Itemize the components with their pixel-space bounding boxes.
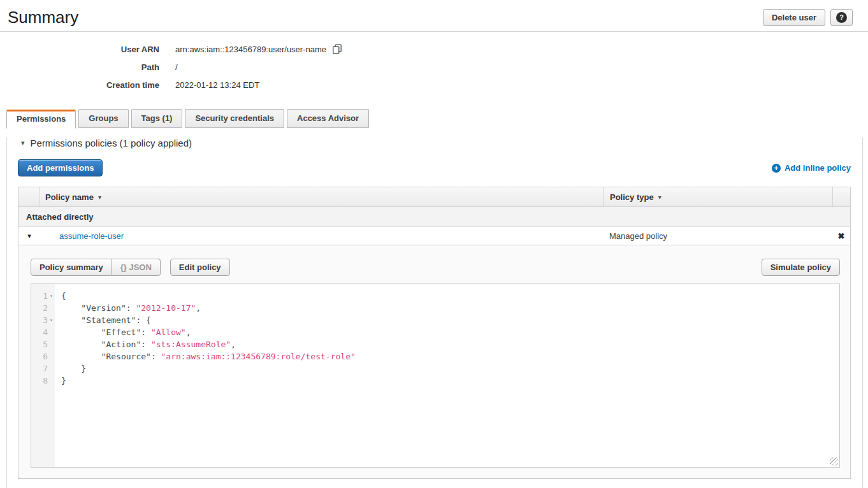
question-mark-icon: ?: [836, 12, 847, 23]
path-row: Path /: [0, 58, 868, 76]
policy-json-editor[interactable]: 1▾23▾45678 { "Version": "2012-10-17", "S…: [31, 283, 840, 468]
sort-icon: ▾: [658, 194, 662, 201]
edit-policy-button[interactable]: Edit policy: [170, 259, 230, 276]
policy-table-row: ▾ assume-role-user Managed policy ✖: [18, 227, 850, 245]
detach-policy-icon[interactable]: ✖: [838, 231, 845, 241]
row-expander[interactable]: ▾: [18, 232, 40, 240]
creation-time-row: Creation time 2022-01-12 13:24 EDT: [0, 76, 868, 94]
policies-table-header: Policy name ▾ Policy type ▾: [18, 187, 850, 207]
plus-icon: +: [772, 164, 781, 173]
policy-summary-button[interactable]: Policy summary: [31, 259, 112, 276]
tab-tags[interactable]: Tags (1): [131, 109, 183, 128]
expander-column-header: [18, 187, 40, 206]
editor-code[interactable]: { "Version": "2012-10-17", "Statement": …: [55, 284, 839, 467]
policies-table: Policy name ▾ Policy type ▾ Attached dir…: [18, 187, 851, 479]
add-inline-policy-link[interactable]: + Add inline policy: [772, 163, 851, 173]
header-actions: Delete user ?: [763, 9, 853, 26]
user-arn-row: User ARN arn:aws:iam::123456789:user/use…: [0, 40, 868, 58]
path-value: /: [175, 62, 178, 72]
policy-actions-row: Add permissions + Add inline policy: [18, 159, 851, 176]
add-permissions-button[interactable]: Add permissions: [18, 159, 103, 176]
add-inline-policy-label: Add inline policy: [785, 163, 851, 173]
policy-name-link[interactable]: assume-role-user: [59, 231, 124, 241]
policy-view-toggle: Policy summary {} JSON: [31, 259, 161, 276]
tab-permissions[interactable]: Permissions: [6, 110, 76, 129]
tab-bar: Permissions Groups Tags (1) Security cre…: [6, 109, 868, 128]
policy-type-header-label: Policy type: [610, 192, 654, 202]
creation-time-value: 2022-01-12 13:24 EDT: [175, 80, 259, 90]
policy-name-header-label: Policy name: [45, 192, 94, 202]
page-header: Summary Delete user ?: [0, 0, 868, 27]
user-details: User ARN arn:aws:iam::123456789:user/use…: [0, 40, 868, 94]
editor-gutter: 1▾23▾45678: [31, 284, 55, 467]
help-button[interactable]: ?: [830, 9, 853, 26]
resize-handle-icon[interactable]: [830, 457, 838, 466]
header-divider: [0, 31, 868, 32]
path-label: Path: [0, 62, 159, 72]
simulate-policy-button[interactable]: Simulate policy: [762, 259, 840, 276]
user-arn-value: arn:aws:iam::123456789:user/user-name: [175, 45, 326, 54]
copy-icon[interactable]: [332, 44, 342, 54]
user-arn-label: User ARN: [0, 45, 159, 54]
section-title: Permissions policies (1 policy applied): [31, 138, 192, 148]
permissions-policies-section-header[interactable]: ▾ Permissions policies (1 policy applied…: [21, 138, 862, 148]
attached-directly-group-row: Attached directly: [18, 207, 850, 227]
policy-detail-panel: Policy summary {} JSON Edit policy Simul…: [18, 245, 850, 478]
collapse-icon: ▾: [21, 139, 25, 147]
policy-type-value: Managed policy: [609, 231, 667, 241]
tab-access-advisor[interactable]: Access Advisor: [287, 109, 369, 128]
delete-user-button[interactable]: Delete user: [763, 9, 825, 26]
creation-time-label: Creation time: [0, 80, 159, 90]
policy-type-column-header[interactable]: Policy type ▾: [603, 187, 832, 206]
remove-column-header: [832, 187, 850, 206]
expander-icon: ▾: [27, 232, 31, 240]
permissions-tab-panel: ▾ Permissions policies (1 policy applied…: [6, 138, 863, 488]
policy-detail-buttons: Policy summary {} JSON Edit policy Simul…: [31, 259, 840, 276]
tab-groups[interactable]: Groups: [78, 109, 128, 128]
tab-security-credentials[interactable]: Security credentials: [185, 109, 284, 128]
json-view-button[interactable]: {} JSON: [112, 259, 161, 276]
sort-icon: ▾: [98, 194, 101, 201]
page-title: Summary: [8, 8, 78, 27]
policy-name-column-header[interactable]: Policy name ▾: [40, 187, 603, 206]
